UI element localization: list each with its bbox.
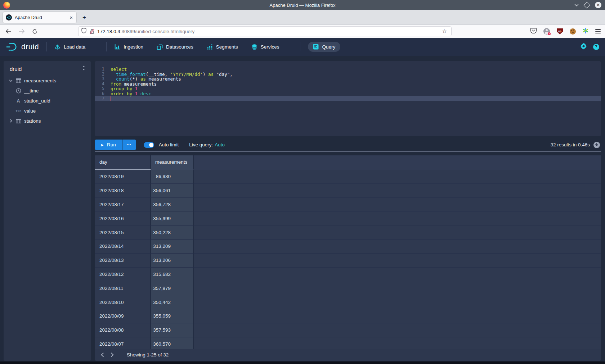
previous-page-icon[interactable] bbox=[98, 352, 107, 357]
insecure-lock-icon[interactable] bbox=[90, 29, 94, 34]
tracking-shield-icon[interactable] bbox=[81, 28, 86, 35]
chevron-right-icon[interactable] bbox=[7, 119, 14, 123]
table-row[interactable]: 2022/08/11357,979 bbox=[95, 281, 601, 295]
cell-day[interactable]: 2022/08/09 bbox=[95, 309, 151, 323]
sql-editor[interactable]: 1234567 select time_format(__time, 'YYYY… bbox=[95, 61, 601, 136]
druid-nav-bar: druid Load dataIngestionDatasourcesSegme… bbox=[0, 38, 605, 56]
schema-item-value[interactable]: 123value bbox=[4, 106, 91, 116]
run-bar: ▶ Run ••• Auto limit Live query: Auto 32… bbox=[95, 140, 601, 150]
account-extension-icon[interactable]: ✕ bbox=[543, 28, 550, 35]
pocket-icon[interactable] bbox=[530, 28, 537, 35]
table-row[interactable]: 2022/08/08357,593 bbox=[95, 323, 601, 337]
run-more-button[interactable]: ••• bbox=[122, 140, 136, 150]
column-header-day[interactable]: day bbox=[95, 155, 151, 170]
row-filler bbox=[194, 268, 601, 282]
column-header-measurements[interactable]: measurements bbox=[151, 155, 194, 170]
cell-day[interactable]: 2022/08/14 bbox=[95, 240, 151, 254]
browser-toolbar: 172.18.0.4:30899/unified-console.html#qu… bbox=[0, 25, 605, 38]
menu-icon[interactable] bbox=[595, 29, 601, 33]
cell-day[interactable]: 2022/08/18 bbox=[95, 184, 151, 198]
window-close-icon[interactable]: ✕ bbox=[595, 2, 601, 8]
nav-item-datasources[interactable]: Datasources bbox=[157, 44, 193, 50]
back-button[interactable] bbox=[3, 26, 13, 36]
bookmark-star-icon[interactable]: ☆ bbox=[441, 28, 448, 35]
tab-title: Apache Druid bbox=[15, 15, 69, 20]
reload-button[interactable] bbox=[30, 26, 40, 36]
cookie-extension-icon[interactable] bbox=[570, 28, 576, 35]
cell-day[interactable]: 2022/08/15 bbox=[95, 226, 151, 240]
cell-measurements[interactable]: 315,682 bbox=[151, 268, 194, 282]
cell-day[interactable]: 2022/08/17 bbox=[95, 198, 151, 212]
cell-measurements[interactable]: 357,593 bbox=[151, 323, 194, 337]
row-filler bbox=[194, 211, 601, 226]
table-row[interactable]: 2022/08/16355,999 bbox=[95, 211, 601, 226]
tab-close-icon[interactable]: × bbox=[69, 15, 73, 20]
table-row[interactable]: 2022/08/1986,930 bbox=[95, 170, 601, 184]
row-filler bbox=[194, 240, 601, 254]
cell-day[interactable]: 2022/08/19 bbox=[95, 170, 151, 184]
window-maximize-icon[interactable] bbox=[583, 2, 590, 8]
window-title: Apache Druid — Mozilla Firefox bbox=[0, 3, 605, 8]
cell-measurements[interactable]: 356,728 bbox=[151, 198, 194, 212]
cell-day[interactable]: 2022/08/12 bbox=[95, 268, 151, 282]
cell-measurements[interactable]: 355,059 bbox=[151, 309, 194, 323]
nav-item-ingestion[interactable]: Ingestion bbox=[114, 44, 143, 50]
cell-measurements[interactable]: 313,209 bbox=[151, 240, 194, 254]
ublock-origin-icon[interactable]: U0 bbox=[557, 28, 563, 35]
table-row[interactable]: 2022/08/17356,728 bbox=[95, 198, 601, 212]
cell-measurements[interactable]: 356,061 bbox=[151, 184, 194, 198]
table-row[interactable]: 2022/08/13313,206 bbox=[95, 254, 601, 268]
schema-item-stations[interactable]: stations bbox=[4, 116, 91, 126]
code-line-3: count(*) as measurements bbox=[111, 77, 233, 82]
cell-day[interactable]: 2022/08/10 bbox=[95, 295, 151, 309]
cell-day[interactable]: 2022/08/11 bbox=[95, 281, 151, 295]
nav-item-load-data[interactable]: Load data bbox=[54, 44, 85, 50]
cell-measurements[interactable]: 350,442 bbox=[151, 295, 194, 309]
url-bar[interactable]: 172.18.0.4:30899/unified-console.html#qu… bbox=[78, 26, 452, 36]
help-icon[interactable]: ? bbox=[593, 44, 599, 50]
table-row[interactable]: 2022/08/18356,061 bbox=[95, 184, 601, 198]
sql-code[interactable]: select time_format(__time, 'YYYY/MM/dd')… bbox=[111, 67, 233, 101]
cell-measurements[interactable]: 357,979 bbox=[151, 281, 194, 295]
divider[interactable] bbox=[95, 151, 601, 152]
services-icon bbox=[251, 44, 257, 50]
cell-day[interactable]: 2022/08/07 bbox=[95, 337, 151, 349]
cell-measurements[interactable]: 313,206 bbox=[151, 254, 194, 268]
cell-measurements[interactable]: 360,570 bbox=[151, 337, 194, 349]
nav-item-segments[interactable]: Segments bbox=[207, 44, 238, 50]
query-icon bbox=[313, 44, 319, 50]
schema-item-station_uuid[interactable]: Astation_uuid bbox=[4, 96, 91, 106]
nav-item-services[interactable]: Services bbox=[251, 44, 279, 50]
segments-icon bbox=[207, 44, 213, 50]
table-row[interactable]: 2022/08/15350,228 bbox=[95, 226, 601, 240]
new-tab-button[interactable]: + bbox=[80, 13, 89, 22]
window-minimize-icon[interactable] bbox=[574, 4, 579, 6]
run-button[interactable]: ▶ Run bbox=[95, 140, 122, 150]
table-row[interactable]: 2022/08/07360,570 bbox=[95, 337, 601, 349]
druid-logo[interactable]: druid bbox=[6, 42, 39, 51]
asterisk-extension-icon[interactable] bbox=[583, 28, 588, 35]
cell-measurements[interactable]: 355,999 bbox=[151, 211, 194, 226]
sort-icon[interactable] bbox=[82, 65, 86, 72]
next-page-icon[interactable] bbox=[107, 352, 117, 357]
download-icon[interactable] bbox=[593, 142, 600, 148]
schema-item-measurements[interactable]: measurements bbox=[4, 76, 91, 86]
table-row[interactable]: 2022/08/09355,059 bbox=[95, 309, 601, 323]
table-row[interactable]: 2022/08/14313,209 bbox=[95, 240, 601, 254]
nav-item-query[interactable]: Query bbox=[308, 42, 340, 52]
table-row[interactable]: 2022/08/12315,682 bbox=[95, 268, 601, 282]
cell-measurements[interactable]: 86,930 bbox=[151, 170, 194, 184]
chevron-down-icon[interactable] bbox=[7, 79, 14, 82]
live-query-value[interactable]: Auto bbox=[215, 142, 225, 147]
forward-button[interactable] bbox=[17, 26, 27, 36]
cell-measurements[interactable]: 350,228 bbox=[151, 226, 194, 240]
settings-gear-icon[interactable] bbox=[580, 43, 587, 51]
cell-day[interactable]: 2022/08/13 bbox=[95, 254, 151, 268]
browser-tab[interactable]: Apache Druid × bbox=[3, 12, 76, 23]
cell-day[interactable]: 2022/08/16 bbox=[95, 211, 151, 226]
nav-item-label: Query bbox=[322, 44, 335, 50]
table-row[interactable]: 2022/08/10350,442 bbox=[95, 295, 601, 309]
cell-day[interactable]: 2022/08/08 bbox=[95, 323, 151, 337]
schema-item-time[interactable]: __time bbox=[4, 86, 91, 96]
auto-limit-toggle[interactable] bbox=[144, 142, 154, 148]
